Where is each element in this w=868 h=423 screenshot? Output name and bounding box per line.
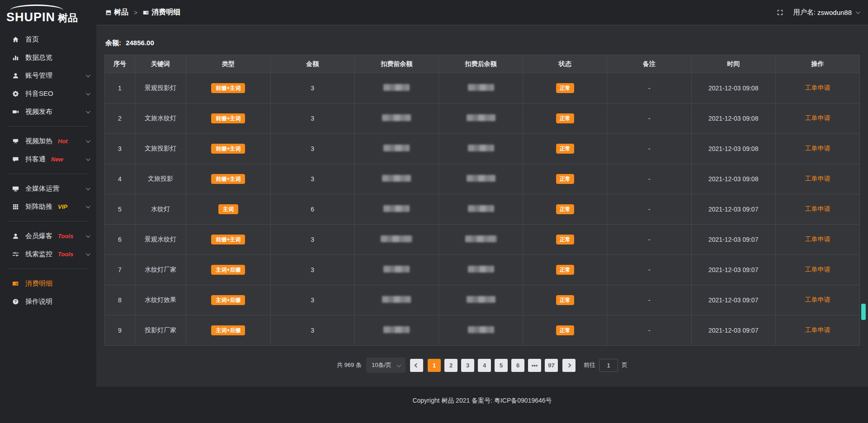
consumption-table: 序号关键词类型金额扣费前余额扣费后余额状态备注时间操作 1景观投影灯前缀+主词3…: [104, 55, 860, 346]
page-size-select[interactable]: 10条/页: [366, 357, 406, 373]
sidebar-item-douketong[interactable]: 抖客通 New: [0, 150, 96, 168]
row-index-cell: 6: [105, 225, 135, 255]
sidebar-item-instructions[interactable]: ? 操作说明: [0, 292, 96, 310]
goto-page-input[interactable]: [599, 359, 618, 372]
ticket-request-link[interactable]: 工单申请: [805, 326, 830, 334]
page-button[interactable]: 2: [444, 359, 458, 372]
masked-balance-after: [467, 296, 495, 303]
type-badge: 前缀+主词: [211, 144, 245, 154]
row-index-cell: 1: [105, 73, 135, 103]
table-header-row: 序号关键词类型金额扣费前余额扣费后余额状态备注时间操作: [105, 55, 860, 73]
type-badge: 前缀+主词: [211, 83, 245, 93]
amount-cell: 3: [270, 255, 354, 285]
logo-text-cn: 树品: [58, 11, 78, 25]
keyword-cell: 投影灯厂家: [135, 315, 186, 346]
keyword-cell: 景观投影灯: [135, 73, 186, 103]
table-cell: 正常: [523, 225, 607, 255]
sidebar-item-video-publish[interactable]: 视频发布: [0, 103, 96, 121]
table-cell: [354, 194, 439, 225]
scrollbar-thumb[interactable]: [861, 304, 866, 320]
chevron-left-icon: [415, 363, 419, 367]
table-cell: [354, 134, 439, 164]
ticket-request-link[interactable]: 工单申请: [805, 84, 830, 91]
page-button[interactable]: 97: [545, 359, 558, 372]
ticket-request-link[interactable]: 工单申请: [805, 175, 830, 182]
sidebar-item-home[interactable]: 首页: [0, 30, 96, 48]
ticket-request-link[interactable]: 工单申请: [805, 296, 830, 303]
sidebar: SHUPIN 树品 首页 数据总览 账号管理 抖音SEO: [0, 0, 96, 423]
grid-icon: [12, 203, 19, 210]
column-header: 时间: [691, 55, 775, 73]
fullscreen-button[interactable]: [777, 9, 783, 16]
sidebar-item-account-management[interactable]: 账号管理: [0, 66, 96, 85]
table-row: 3文旅投影灯前缀+主词3正常-2021-12-03 09:08工单申请: [105, 134, 860, 164]
column-header: 扣费前余额: [354, 55, 439, 73]
table-cell: 正常: [523, 134, 607, 164]
keyword-cell: 文旅水纹灯: [135, 103, 186, 134]
content-area: 余额: 24856.00 序号关键词类型金额扣费前余额扣费后余额状态备注时间操作…: [96, 25, 868, 423]
sidebar-item-video-heating[interactable]: 视频加热 Hot: [0, 132, 96, 150]
table-cell: [439, 194, 523, 225]
sliders-icon: [12, 250, 19, 258]
prev-page-button[interactable]: [410, 359, 423, 372]
sidebar-item-label: 视频加热: [25, 137, 52, 146]
table-cell: 工单申请: [775, 134, 859, 164]
projector-icon: [12, 137, 19, 145]
chevron-down-icon: [86, 204, 90, 208]
amount-cell: 6: [270, 194, 354, 225]
page-ellipsis-button[interactable]: •••: [528, 359, 541, 372]
nav-divider: [7, 221, 89, 221]
masked-balance-after: [465, 235, 497, 242]
sidebar-item-douyin-seo[interactable]: 抖音SEO: [0, 85, 96, 103]
masked-balance-after: [468, 84, 494, 91]
page-button[interactable]: 6: [511, 359, 524, 372]
bar-chart-icon: [12, 54, 19, 61]
status-badge: 正常: [556, 174, 574, 184]
page-button[interactable]: 1: [428, 359, 441, 372]
svg-text:?: ?: [14, 299, 16, 304]
ticket-request-link[interactable]: 工单申请: [805, 145, 830, 152]
keyword-cell: 水纹灯厂家: [135, 255, 186, 285]
ticket-request-link[interactable]: 工单申请: [805, 205, 830, 212]
sidebar-item-lead-monitoring[interactable]: 线索监控 Tools: [0, 245, 96, 263]
masked-balance-after: [467, 114, 495, 121]
app-window: SHUPIN 树品 首页 数据总览 账号管理 抖音SEO: [0, 0, 868, 423]
masked-balance-before: [382, 114, 411, 121]
ticket-request-link[interactable]: 工单申请: [805, 266, 830, 273]
nav-divider: [7, 268, 89, 269]
breadcrumb-home[interactable]: 树品: [105, 8, 128, 17]
sidebar-item-consumption-detail[interactable]: 消费明细: [0, 274, 96, 292]
table-cell: [439, 73, 523, 103]
table-cell: [354, 315, 439, 346]
page-button[interactable]: 5: [495, 359, 508, 372]
table-cell: 工单申请: [775, 315, 859, 346]
user-dropdown[interactable]: 用户名: zswodun88: [793, 8, 859, 17]
sidebar-item-data-overview[interactable]: 数据总览: [0, 48, 96, 66]
ticket-request-link[interactable]: 工单申请: [805, 114, 830, 122]
sidebar-item-matrix-boost[interactable]: 矩阵助推 VIP: [0, 197, 96, 216]
sidebar-item-omnimedia-operation[interactable]: 全媒体运营: [0, 179, 96, 197]
username-value: zswodun88: [817, 9, 852, 16]
column-header: 备注: [607, 55, 691, 73]
table-body: 1景观投影灯前缀+主词3正常-2021-12-03 09:08工单申请2文旅水纹…: [105, 73, 860, 346]
masked-balance-after: [468, 326, 494, 333]
table-cell: [354, 255, 439, 285]
sidebar-item-label: 矩阵助推: [25, 202, 52, 211]
page-button[interactable]: 3: [461, 359, 474, 372]
member-icon: [12, 232, 19, 240]
status-badge: 正常: [556, 295, 574, 305]
gear-icon: [12, 90, 19, 97]
page-button[interactable]: 4: [478, 359, 491, 372]
note-cell: -: [607, 73, 691, 103]
vip-tag: VIP: [58, 203, 67, 210]
sidebar-item-label: 抖客通: [25, 155, 46, 164]
masked-balance-before: [381, 235, 412, 242]
masked-balance-after: [468, 266, 494, 273]
column-header: 金额: [270, 55, 354, 73]
brand-logo: SHUPIN 树品: [0, 0, 96, 26]
sidebar-item-member-baoke[interactable]: 会员爆客 Tools: [0, 227, 96, 245]
masked-balance-after: [467, 175, 495, 182]
next-page-button[interactable]: [562, 359, 576, 372]
column-header: 类型: [186, 55, 270, 73]
ticket-request-link[interactable]: 工单申请: [805, 235, 830, 243]
